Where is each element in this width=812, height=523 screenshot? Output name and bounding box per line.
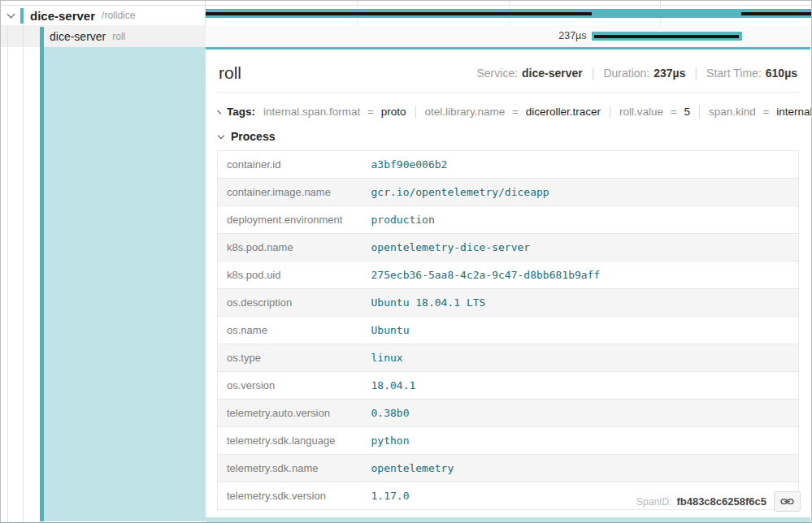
- timeline-row-roll[interactable]: 237µs: [206, 25, 811, 47]
- header-divider: [217, 92, 799, 93]
- process-value: opentelemetry-dice-server: [363, 234, 799, 262]
- process-table-row: os.name Ubuntu: [218, 317, 799, 344]
- process-value: opentelemetry: [363, 455, 799, 482]
- process-key: k8s.pod.name: [218, 234, 363, 262]
- chevron-down-icon: [218, 132, 224, 138]
- service-label: Service:: [476, 67, 518, 80]
- duration-value: 237µs: [654, 67, 685, 80]
- collapse-chevron-icon[interactable]: [7, 11, 15, 19]
- span-title: roll: [219, 63, 241, 83]
- span-id-label: SpanID:: [636, 496, 671, 508]
- critical-path-segment: [741, 12, 811, 15]
- tag-separator: [610, 106, 610, 118]
- process-value: 275ecb36-5aa8-4c2a-9c47-d8bb681b9aff: [363, 262, 799, 289]
- process-key: os.type: [218, 344, 363, 372]
- process-table-row: os.description Ubuntu 18.04.1 LTS: [218, 289, 799, 317]
- process-value: production: [363, 206, 799, 234]
- span-operation-name: /rolldice: [102, 10, 135, 21]
- process-table-row: container.image.name gcr.io/opentelemetr…: [218, 179, 799, 206]
- tag-value: proto: [381, 106, 406, 118]
- span-service-name: dice-server: [30, 9, 95, 23]
- tag-item: span.kind = internal: [709, 106, 812, 118]
- tags-accordion[interactable]: Tags: internal.span.format = proto otel.…: [219, 101, 799, 123]
- process-table-row: container.id a3bf90e006b2: [218, 151, 799, 179]
- process-key: k8s.pod.uid: [218, 262, 363, 289]
- selected-span-highlight-bottom: [206, 517, 810, 523]
- span-id-value: fb483c8c6258f6c5: [676, 495, 766, 508]
- process-table: container.id a3bf90e006b2 container.imag…: [217, 150, 799, 510]
- process-table-row: telemetry.auto.version 0.38b0: [218, 400, 799, 427]
- selected-span-highlight-band: [44, 47, 206, 521]
- process-key: os.name: [218, 317, 363, 344]
- tag-separator: [415, 106, 416, 118]
- tag-equals: =: [671, 106, 677, 118]
- process-key: container.image.name: [218, 179, 363, 206]
- overview-separator: |: [694, 67, 697, 80]
- process-key: container.id: [218, 151, 363, 179]
- span-service-name: dice-server: [50, 30, 106, 43]
- tag-value: internal: [776, 106, 812, 118]
- link-icon: [780, 496, 794, 507]
- process-key: telemetry.sdk.name: [218, 455, 363, 482]
- process-table-row: k8s.pod.name opentelemetry-dice-server: [218, 234, 799, 262]
- process-table-row: telemetry.sdk.language python: [218, 427, 799, 455]
- tag-value: 5: [684, 106, 691, 118]
- process-key: os.version: [218, 372, 363, 400]
- process-table-body: container.id a3bf90e006b2 container.imag…: [218, 151, 799, 510]
- process-table-row: telemetry.sdk.name opentelemetry: [218, 455, 799, 482]
- process-key: telemetry.sdk.language: [218, 427, 363, 455]
- process-accordion[interactable]: Process: [219, 130, 799, 143]
- tag-key: otel.library.name: [425, 106, 506, 118]
- tags-label: Tags:: [227, 106, 255, 118]
- tag-equals: =: [512, 106, 519, 118]
- critical-path-segment: [594, 35, 739, 38]
- span-bar-rolldice[interactable]: [206, 9, 811, 18]
- overview-separator: |: [592, 67, 595, 80]
- chevron-right-icon: [217, 110, 221, 114]
- process-value: Ubuntu: [363, 317, 799, 344]
- tag-item: otel.library.name = diceroller.tracer: [425, 106, 601, 118]
- process-value: 18.04.1: [363, 372, 799, 400]
- span-duration-label: 237µs: [558, 25, 586, 47]
- tag-key: span.kind: [709, 106, 756, 118]
- tag-value: diceroller.tracer: [526, 106, 601, 118]
- span-row-rolldice[interactable]: dice-server /rolldice: [1, 6, 205, 25]
- process-table-row: os.version 18.04.1: [218, 372, 799, 400]
- start-time-value: 610µs: [766, 67, 797, 80]
- span-operation-name: roll: [112, 31, 125, 42]
- span-detail-header: roll Service: dice-server | Duration: 23…: [219, 63, 797, 83]
- tag-key: internal.span.format: [263, 106, 360, 118]
- span-detail-card: roll Service: dice-server | Duration: 23…: [206, 47, 810, 517]
- tag-key: roll.value: [619, 106, 663, 118]
- copy-span-link-button[interactable]: [774, 491, 801, 512]
- process-value: a3bf90e006b2: [363, 151, 799, 179]
- tag-equals: =: [367, 106, 374, 118]
- tag-separator: [699, 106, 700, 118]
- span-bar-roll[interactable]: [592, 32, 743, 41]
- span-row-roll[interactable]: dice-server roll: [1, 25, 206, 47]
- process-table-row: deployment.environment production: [218, 206, 799, 234]
- tag-equals: =: [763, 106, 770, 118]
- process-label: Process: [231, 130, 275, 143]
- process-value: 0.38b0: [363, 400, 799, 427]
- process-key: os.description: [218, 289, 363, 317]
- process-key: deployment.environment: [218, 206, 363, 234]
- process-value: python: [363, 427, 799, 455]
- process-table-row: k8s.pod.uid 275ecb36-5aa8-4c2a-9c47-d8bb…: [218, 262, 799, 289]
- process-key: telemetry.sdk.version: [218, 482, 363, 510]
- process-table-row: os.type linux: [218, 344, 799, 372]
- process-value: gcr.io/opentelemetry/diceapp: [363, 179, 799, 206]
- process-value: Ubuntu 18.04.1 LTS: [363, 289, 799, 317]
- service-value: dice-server: [522, 67, 583, 80]
- tag-item: roll.value = 5: [619, 106, 690, 118]
- tags-list: internal.span.format = proto otel.librar…: [255, 106, 812, 118]
- tree-indent-guide: [7, 25, 8, 521]
- span-detail-footer: SpanID: fb483c8c6258f6c5: [636, 491, 801, 512]
- start-time-label: Start Time:: [706, 67, 762, 80]
- trace-detail-view: dice-server /rolldice dice-server roll 2…: [0, 0, 812, 523]
- tag-item: internal.span.format = proto: [263, 106, 406, 118]
- process-key: telemetry.auto.version: [218, 400, 363, 427]
- critical-path-segment: [206, 12, 592, 15]
- duration-label: Duration:: [603, 67, 649, 80]
- span-color-chip: [20, 8, 24, 24]
